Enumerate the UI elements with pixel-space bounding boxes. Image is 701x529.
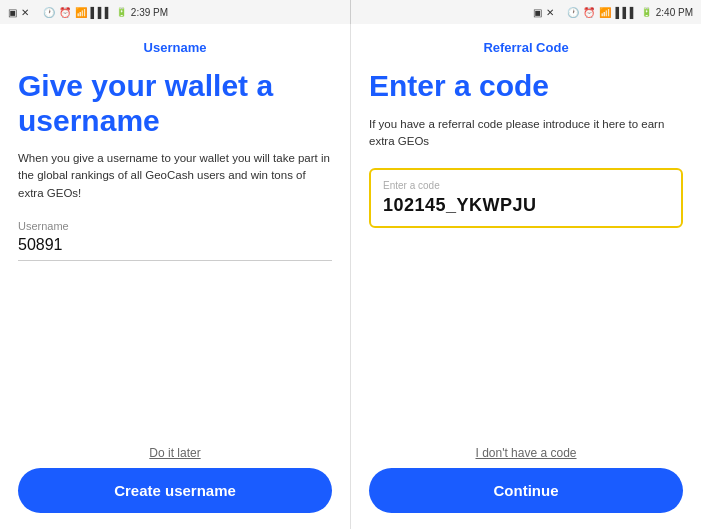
footer-right: I don't have a code Continue: [369, 446, 683, 513]
spacer-right: [369, 246, 683, 446]
referral-input-box[interactable]: Enter a code 102145_YKWPJU: [369, 168, 683, 228]
referral-description: If you have a referral code please intro…: [369, 116, 683, 151]
referral-heading: Enter a code: [369, 69, 683, 104]
spacer-left: [18, 269, 332, 446]
signal-icon: ▌▌▌: [91, 7, 112, 18]
close-icon-left: ✕: [21, 7, 29, 18]
username-description: When you give a username to your wallet …: [18, 150, 332, 202]
alarm-icon: ⏰: [59, 7, 71, 18]
status-bar-right: ▣ ✕ 🕐 ⏰ 📶 ▌▌▌ 🔋 2:40 PM: [351, 0, 701, 24]
panel-username: Username Give your wallet a username Whe…: [0, 24, 351, 529]
main-content: Username Give your wallet a username Whe…: [0, 24, 701, 529]
status-bar: ▣ ✕ 🕐 ⏰ 📶 ▌▌▌ 🔋 2:39 PM ▣ ✕ 🕐 ⏰ 📶 ▌▌▌ 🔋 …: [0, 0, 701, 24]
battery-right: 🔋: [641, 7, 652, 17]
tab-username[interactable]: Username: [18, 40, 332, 55]
wifi-icon-right: 📶: [599, 7, 611, 18]
footer-left: Do it later Create username: [18, 446, 332, 513]
referral-input-value[interactable]: 102145_YKWPJU: [383, 195, 669, 216]
window-icon: ▣: [8, 7, 17, 18]
tab-referral[interactable]: Referral Code: [369, 40, 683, 55]
alarm-icon-right: ⏰: [583, 7, 595, 18]
close-icon-right: ✕: [546, 7, 554, 18]
do-it-later-link[interactable]: Do it later: [149, 446, 200, 460]
username-input-label: Username: [18, 220, 332, 232]
time-right: 2:40 PM: [656, 7, 693, 18]
signal-icon-right: ▌▌▌: [615, 7, 636, 18]
username-input-value[interactable]: 50891: [18, 236, 332, 261]
wifi-icon: 📶: [75, 7, 87, 18]
panel-referral: Referral Code Enter a code If you have a…: [351, 24, 701, 529]
status-bar-left: ▣ ✕ 🕐 ⏰ 📶 ▌▌▌ 🔋 2:39 PM: [0, 0, 350, 24]
clock-icon-right: 🕐: [567, 7, 579, 18]
no-code-link[interactable]: I don't have a code: [475, 446, 576, 460]
window-icon-right: ▣: [533, 7, 542, 18]
battery-left: 🔋: [116, 7, 127, 17]
referral-input-placeholder: Enter a code: [383, 180, 669, 191]
clock-icon: 🕐: [43, 7, 55, 18]
username-heading: Give your wallet a username: [18, 69, 332, 138]
create-username-button[interactable]: Create username: [18, 468, 332, 513]
time-left: 2:39 PM: [131, 7, 168, 18]
continue-button[interactable]: Continue: [369, 468, 683, 513]
